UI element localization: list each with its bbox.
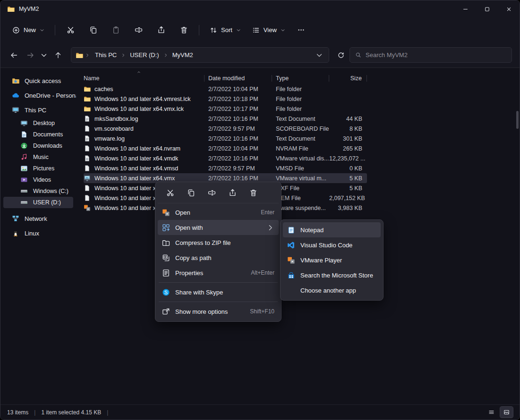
file-name-cell: mksSandbox.log xyxy=(84,115,205,122)
disk-doc-icon xyxy=(84,155,91,162)
copy-button[interactable] xyxy=(83,22,103,38)
breadcrumb-item-this-pc[interactable]: This PC xyxy=(92,50,120,59)
submenu-item-vmware-player[interactable]: VMware Player xyxy=(283,252,381,268)
scrollbar-thumb[interactable] xyxy=(516,111,519,129)
menu-item-compress-to-zip-file[interactable]: Compress to ZIP file xyxy=(158,235,279,250)
doc-icon xyxy=(84,145,91,152)
up-button[interactable] xyxy=(51,48,65,62)
recent-locations-button[interactable] xyxy=(39,48,49,62)
column-header-date-modified[interactable]: Date modified xyxy=(205,75,272,82)
close-button[interactable] xyxy=(498,0,520,17)
file-row[interactable]: Windows 10 and later x64.nvram2/7/2022 1… xyxy=(84,143,367,153)
file-row[interactable]: Windows 10 and later x64.vmx.lck2/7/2022… xyxy=(84,104,367,114)
file-row[interactable]: mksSandbox.log2/7/2022 10:16 PMText Docu… xyxy=(84,114,367,124)
close-icon xyxy=(506,6,512,12)
doc-icon xyxy=(84,125,91,132)
view-button[interactable]: View xyxy=(247,22,290,38)
thumbnails-view-button[interactable] xyxy=(500,407,513,418)
back-icon xyxy=(10,51,18,59)
context-cut-button[interactable] xyxy=(162,185,179,200)
cut-icon xyxy=(166,189,174,197)
details-view-button[interactable] xyxy=(485,407,498,418)
cut-icon xyxy=(67,26,75,34)
menu-item-show-more-options[interactable]: Show more optionsShift+F10 xyxy=(158,304,279,319)
file-modified-cell: 2/7/2022 9:57 PM xyxy=(205,165,272,172)
file-explorer-window: MyVM2 New Sort View xyxy=(0,0,520,420)
cut-button[interactable] xyxy=(60,22,80,38)
delete-icon xyxy=(180,26,188,34)
menu-item-share-with-skype[interactable]: Share with Skype xyxy=(158,285,279,300)
refresh-button[interactable] xyxy=(333,48,348,62)
sidebar-item-linux[interactable]: Linux xyxy=(3,226,73,240)
file-row[interactable]: Windows 10 and later x64.vmsd2/7/2022 9:… xyxy=(84,163,367,173)
menu-item-open[interactable]: OpenEnter xyxy=(158,205,279,220)
file-name: Windows 10 and later x64.vmdk xyxy=(94,155,178,162)
sidebar-item-music[interactable]: Music xyxy=(3,151,73,163)
submenu-item-notepad[interactable]: Notepad xyxy=(283,222,381,237)
sidebar-item-downloads[interactable]: Downloads xyxy=(3,140,73,151)
chevron-down-icon xyxy=(40,28,44,33)
submenu-item-choose-another-app[interactable]: Choose another app xyxy=(283,283,381,298)
sidebar-item-onedrive-personal[interactable]: OneDrive - Personal xyxy=(3,88,73,102)
breadcrumb-item-user-d[interactable]: USER (D:) xyxy=(127,50,162,59)
submenu-item-visual-studio-code[interactable]: Visual Studio Code xyxy=(283,237,381,252)
paste-button[interactable] xyxy=(106,22,126,38)
minimize-button[interactable] xyxy=(454,0,476,17)
menu-item-properties[interactable]: PropertiesAlt+Enter xyxy=(158,265,279,280)
sidebar-item-documents[interactable]: Documents xyxy=(3,129,73,140)
navigation-bar: This PCUSER (D:)MyVM2 Search MyVM2 xyxy=(0,42,520,68)
new-button[interactable]: New xyxy=(7,22,50,38)
address-dropdown-button[interactable] xyxy=(314,48,324,62)
sidebar-item-quick-access[interactable]: Quick access xyxy=(3,74,73,88)
rename-button[interactable] xyxy=(128,22,148,38)
menu-shortcut: Enter xyxy=(261,209,274,216)
sidebar-item-network[interactable]: Network xyxy=(3,211,73,226)
vm-app-icon xyxy=(287,256,295,264)
context-delete-button[interactable] xyxy=(245,185,262,200)
sidebar-item-windows-c[interactable]: Windows (C:) xyxy=(3,185,73,197)
selection-summary: 1 item selected 4.15 KB xyxy=(41,409,101,416)
maximize-button[interactable] xyxy=(476,0,498,17)
sort-button[interactable]: Sort xyxy=(205,22,246,38)
context-rename-button[interactable] xyxy=(203,185,220,200)
context-copy-button[interactable] xyxy=(182,185,199,200)
column-header-type[interactable]: Type xyxy=(272,75,329,82)
breadcrumb-item-myvm2[interactable]: MyVM2 xyxy=(169,50,196,59)
sidebar-item-pictures[interactable]: Pictures xyxy=(3,163,73,174)
file-row[interactable]: Windows 10 and later x64.vmrest.lck2/7/2… xyxy=(84,94,367,104)
share-button[interactable] xyxy=(151,22,171,38)
submenu-item-search-the-microsoft-store[interactable]: Search the Microsoft Store xyxy=(283,268,381,283)
sidebar-item-user-d[interactable]: USER (D:) xyxy=(3,197,73,208)
breadcrumb: This PCUSER (D:)MyVM2 xyxy=(92,50,196,59)
file-type-cell: VMware virtual dis... xyxy=(272,155,329,162)
search-icon xyxy=(355,52,361,58)
forward-button[interactable] xyxy=(23,48,37,62)
back-button[interactable] xyxy=(7,48,21,62)
file-row[interactable]: vmware.log2/7/2022 10:16 PMText Document… xyxy=(84,134,367,143)
file-modified-cell: 2/7/2022 10:16 PM xyxy=(205,175,272,182)
menu-item-copy-as-path[interactable]: Copy as path xyxy=(158,250,279,265)
submenu-item-label: Notepad xyxy=(300,227,376,234)
command-bar: New Sort View xyxy=(0,17,520,42)
file-type-cell: Text Document xyxy=(272,135,329,142)
delete-button[interactable] xyxy=(174,22,194,38)
doc-icon xyxy=(84,185,91,192)
file-row[interactable]: vm.scoreboard2/7/2022 9:57 PMSCOREBOARD … xyxy=(84,124,367,134)
context-share-button[interactable] xyxy=(224,185,241,200)
file-row[interactable]: Windows 10 and later x64.vmdk2/7/2022 10… xyxy=(84,153,367,163)
file-type-cell: Text Document xyxy=(272,116,329,122)
file-row[interactable]: caches2/7/2022 10:04 PMFile folder xyxy=(84,84,367,94)
search-box[interactable]: Search MyVM2 xyxy=(350,47,512,63)
column-header-name[interactable]: Name xyxy=(84,75,205,82)
sidebar-item-this-pc[interactable]: This PC xyxy=(3,103,73,117)
menu-item-label: Show more options xyxy=(175,308,245,315)
menu-item-open-with[interactable]: Open with xyxy=(158,220,279,235)
sidebar-item-videos[interactable]: Videos xyxy=(3,174,73,185)
column-header-size[interactable]: Size xyxy=(329,75,367,82)
details-view-icon xyxy=(488,409,494,415)
see-more-button[interactable] xyxy=(291,22,311,38)
sidebar-item-desktop[interactable]: Desktop xyxy=(3,118,73,129)
linux-icon xyxy=(12,229,19,237)
sort-icon xyxy=(210,26,217,34)
address-bar[interactable]: This PCUSER (D:)MyVM2 xyxy=(71,47,329,63)
